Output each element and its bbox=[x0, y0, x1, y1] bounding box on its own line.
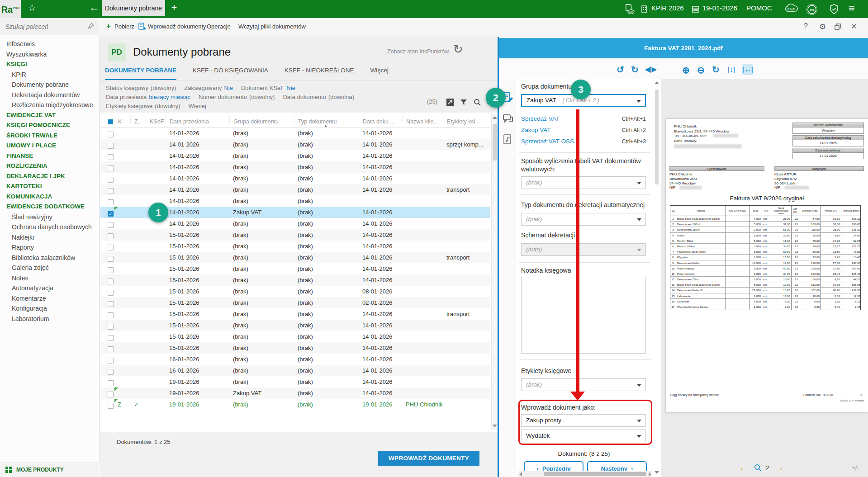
col-grupa[interactable]: Grupa dokumentu bbox=[229, 116, 294, 127]
table-row[interactable]: 14-01-2026 (brak) (brak) 14-01-2026 bbox=[100, 161, 490, 173]
previous-page-icon[interactable]: ← bbox=[739, 462, 749, 473]
refresh-icon[interactable]: ↻ bbox=[453, 43, 463, 57]
sidebar-item[interactable]: DEKLARACJE I JPK bbox=[0, 171, 100, 182]
row-checkbox[interactable] bbox=[108, 324, 114, 330]
insert-as-category-select[interactable]: Wydatek bbox=[521, 430, 646, 442]
table-row[interactable]: 15-01-2026 (brak) (brak) 08-01-2026 bbox=[100, 286, 490, 297]
vat-method-select[interactable]: (brak) bbox=[521, 176, 646, 189]
sidebar-item[interactable]: Dokumenty pobrane bbox=[0, 80, 100, 90]
group-shortcut-row[interactable]: Sprzedaż VAT OSSCtrl+Alt+3 bbox=[521, 136, 646, 147]
table-row[interactable]: Z ✓ 19-01-2026 (brak) (brak) 19-01-2026 … bbox=[100, 399, 490, 410]
sidebar-item[interactable]: Notes bbox=[0, 273, 100, 283]
sidebar-item[interactable]: UMOWY I PŁACE bbox=[0, 141, 100, 151]
shield-check-icon[interactable] bbox=[829, 4, 840, 14]
view-tab[interactable]: KSEF - NIEOKREŚLONE bbox=[285, 67, 354, 80]
ksef-cloud-icon[interactable]: KSeF bbox=[783, 4, 799, 14]
pobierz-button[interactable]: Pobierz bbox=[114, 23, 134, 30]
row-checkbox[interactable] bbox=[108, 165, 114, 171]
view-tab[interactable]: KSEF - DO KSIĘGOWANIA bbox=[193, 67, 268, 80]
split-view-icon[interactable]: ◀|▶ bbox=[645, 66, 656, 73]
insert-as-type-select[interactable]: Zakup prosty bbox=[521, 414, 646, 427]
row-checkbox[interactable] bbox=[108, 346, 114, 352]
view-tab[interactable]: Więcej bbox=[370, 67, 389, 80]
table-row[interactable]: 15-01-2026 (brak) (brak) 14-01-2026 bbox=[100, 342, 490, 354]
form-vertical-scrollbar[interactable] bbox=[654, 81, 659, 474]
maximize-icon[interactable] bbox=[835, 24, 841, 30]
main-menu-icon[interactable]: ≡ bbox=[849, 2, 855, 14]
fit-height-icon[interactable]: [↕] bbox=[726, 64, 737, 75]
table-row[interactable]: 14-01-2026 (brak) (brak) 14-01-2026 sprz… bbox=[100, 139, 490, 150]
sidebar-item[interactable]: ŚRODKI TRWAŁE bbox=[0, 131, 100, 141]
my-products-bar[interactable]: MOJE PRODUKTY bbox=[0, 463, 100, 477]
table-row[interactable]: 15-01-2026 (brak) (brak) 14-01-2026 bbox=[100, 320, 490, 331]
wprowadz-dokumenty-submit-button[interactable]: WPROWADŹ DOKUMENTY bbox=[378, 451, 479, 466]
row-checkbox[interactable] bbox=[108, 256, 114, 262]
sidebar-item[interactable]: Konfiguracja bbox=[0, 303, 100, 314]
command-search-input[interactable] bbox=[5, 21, 82, 32]
new-tab-button[interactable]: + bbox=[165, 0, 183, 16]
row-checkbox[interactable] bbox=[108, 199, 114, 205]
filter-chip[interactable]: Więcej bbox=[189, 103, 209, 109]
pin-icon[interactable] bbox=[88, 23, 94, 29]
row-checkbox[interactable] bbox=[108, 211, 114, 217]
sidebar-item[interactable]: KSIĘGI POMOCNICZE bbox=[0, 120, 100, 131]
row-checkbox[interactable] bbox=[108, 335, 114, 341]
col-nazwa[interactable]: Nazwa klie... bbox=[402, 116, 443, 127]
header-select-all[interactable] bbox=[100, 116, 114, 127]
col-etykiety[interactable]: Etykiety ksi... bbox=[443, 116, 490, 127]
active-window-tab[interactable]: Dokumenty pobrane bbox=[102, 0, 165, 16]
row-checkbox[interactable] bbox=[108, 369, 114, 375]
view-tab[interactable]: DOKUMENTY POBRANE bbox=[105, 67, 176, 80]
table-row[interactable]: 15-01-2026 (brak) (brak) 02-01-2026 bbox=[100, 297, 490, 308]
table-row[interactable]: 15-01-2026 (brak) (brak) 14-01-2026 tran… bbox=[100, 252, 490, 263]
page-number[interactable]: 2 bbox=[765, 464, 769, 472]
sidebar-item[interactable]: Dekretacja dokumentów bbox=[0, 90, 100, 100]
row-checkbox[interactable] bbox=[108, 245, 114, 250]
sidebar-item[interactable]: ROZLICZENIA bbox=[0, 161, 100, 171]
sidebar-item[interactable]: KOMUNIKACJA bbox=[0, 192, 100, 202]
zoom-out-icon[interactable]: ⊖ bbox=[697, 65, 705, 76]
filter-funnel-icon[interactable] bbox=[460, 98, 468, 106]
sidebar-item[interactable]: Rozliczenia międzyokresowe bbox=[0, 100, 100, 110]
attachment-document-icon[interactable] bbox=[503, 134, 513, 145]
favorites-star-icon[interactable]: ☆ bbox=[28, 2, 36, 13]
form-horizontal-scrollbar[interactable] bbox=[518, 471, 652, 477]
table-row[interactable]: 14-01-2026 (brak) (brak) 14-01-2026 bbox=[100, 150, 490, 161]
filter-chip[interactable]: Dokument KSeFNie bbox=[241, 85, 295, 91]
note-textarea[interactable] bbox=[521, 277, 646, 354]
table-row[interactable]: 19-01-2026 (brak) (brak) 14-01-2026 bbox=[100, 376, 490, 387]
redo-icon[interactable]: ↻ bbox=[631, 64, 639, 75]
row-checkbox[interactable] bbox=[108, 312, 114, 318]
row-checkbox[interactable] bbox=[108, 177, 114, 183]
sidebar-item[interactable]: KARTOTEKI bbox=[0, 181, 100, 192]
col-data-dokumentu[interactable]: Data doku... bbox=[359, 116, 402, 127]
export-image-icon[interactable] bbox=[446, 98, 454, 106]
table-row[interactable]: 15-01-2026 (brak) (brak) 14-01-2026 bbox=[100, 274, 490, 286]
sidebar-item[interactable]: Ślad rewizyjny bbox=[0, 212, 100, 222]
gear-icon[interactable]: ⚙ bbox=[819, 22, 826, 32]
wprowadz-dokumenty-button[interactable]: Wprowadź dokumenty bbox=[148, 23, 206, 30]
zoom-in-icon[interactable]: ⊕ bbox=[682, 65, 690, 76]
sidebar-item[interactable]: Laboratorium bbox=[0, 314, 100, 324]
table-row[interactable]: 14-01-2026 (brak) (brak) 14-01-2026 tran… bbox=[100, 184, 490, 195]
search-icon[interactable] bbox=[473, 98, 481, 106]
back-arrow-icon[interactable]: ← bbox=[89, 1, 100, 14]
table-row[interactable]: 15-01-2026 (brak) (brak) 14-01-2026 bbox=[100, 229, 490, 241]
row-checkbox[interactable] bbox=[108, 222, 114, 228]
sidebar-item[interactable]: Wyszukiwarka bbox=[0, 49, 100, 60]
page-zoom-icon[interactable] bbox=[754, 463, 762, 472]
table-row[interactable]: 15-01-2026 (brak) (brak) 14-01-2026 tran… bbox=[100, 308, 490, 320]
business-date-label[interactable]: 19-01-2026 bbox=[702, 4, 737, 12]
table-row[interactable]: 16-01-2026 (brak) (brak) 14-01-2026 bbox=[100, 365, 490, 376]
ins-badge-icon[interactable]: Ins bbox=[806, 4, 818, 15]
sidebar-item[interactable]: Naklejki bbox=[0, 232, 100, 243]
help-icon[interactable]: ? bbox=[804, 22, 808, 30]
table-row[interactable]: 16-01-2026 (brak) (brak) 14-01-2026 bbox=[100, 354, 490, 365]
inspunkty-status-link[interactable]: Zobacz stan InsPunktów. bbox=[371, 48, 450, 55]
sidebar-item[interactable]: Ochrona danych osobowych bbox=[0, 222, 100, 232]
group-shortcut-row[interactable]: Zakup VATCtrl+Alt+2 bbox=[521, 124, 646, 136]
sidebar-item[interactable]: Automatyzacja bbox=[0, 283, 100, 293]
row-checkbox[interactable] bbox=[108, 403, 114, 409]
active-company-label[interactable]: KPiR 2026 bbox=[651, 4, 684, 12]
row-checkbox[interactable] bbox=[108, 279, 114, 284]
